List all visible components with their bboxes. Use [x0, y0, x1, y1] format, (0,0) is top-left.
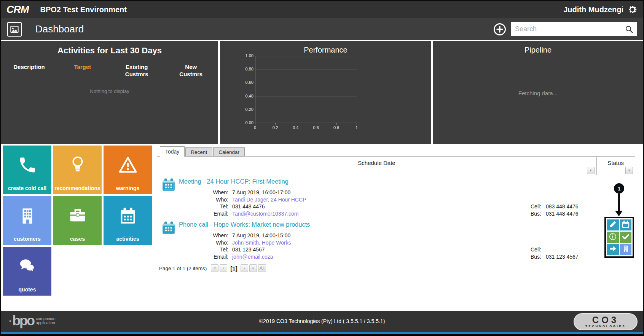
pager-all-button[interactable]: All: [258, 264, 266, 272]
who-link[interactable]: Tandi De Jager, 24 Hour HCCP: [232, 196, 306, 203]
activities-30-days-panel: Activities for Last 30 Days Description …: [1, 41, 218, 144]
search-icon[interactable]: [625, 25, 634, 34]
cell-label: Cell:: [524, 203, 541, 210]
briefcase-icon: [68, 206, 88, 235]
shortcut-tiles: create cold call recommendations warning…: [3, 146, 152, 296]
email-link[interactable]: john@email.coza: [232, 253, 291, 261]
tile-label: customers: [3, 236, 51, 242]
bus-label: Bus:: [524, 210, 541, 218]
performance-x-tick: 1: [351, 125, 362, 130]
tile-label: recommendations: [53, 185, 102, 191]
performance-y-tick: 0.00: [235, 120, 253, 125]
pager-first-button[interactable]: «: [211, 264, 218, 272]
pager-prev-button[interactable]: ‹: [220, 264, 227, 272]
building-icon: [18, 206, 37, 235]
tile-quotes[interactable]: quotes: [3, 247, 51, 296]
gear-icon[interactable]: [627, 5, 638, 15]
pipeline-loading-text: Fetching data...: [433, 90, 643, 96]
when-value: 7 Aug 2019, 14:00-15:00: [232, 232, 291, 239]
activity-title-link[interactable]: Phone call - Hope Works: Market new prod…: [179, 221, 310, 228]
grid-right-border: [635, 156, 635, 264]
tile-recommendations[interactable]: recommendations: [53, 146, 102, 194]
add-button[interactable]: [493, 22, 507, 36]
calendar-icon[interactable]: [161, 221, 176, 237]
pipeline-title: Pipeline: [433, 41, 643, 54]
user-name[interactable]: Judith Mudzengi: [563, 5, 623, 14]
activity-contact: Cell: 083 448 4476 Bus: 031 448 4476: [524, 203, 579, 217]
main-content: create cold call recommendations warning…: [1, 144, 643, 311]
bus-value: 031 448 4476: [546, 210, 579, 218]
search-input[interactable]: [511, 25, 625, 33]
activity-row: Meeting - 24 Hour HCCP: First Meeting Wh…: [157, 176, 635, 219]
grid-column-headers: Schedule Date Status ▼ ▼: [157, 156, 635, 175]
crm-logo: CRM: [6, 4, 29, 16]
performance-x-tick: 0.8: [331, 125, 342, 130]
performance-title: Performance: [220, 41, 431, 54]
who-label: Who:: [187, 196, 228, 203]
tile-customers[interactable]: customers: [3, 196, 51, 245]
tile-activities[interactable]: activities: [104, 196, 152, 245]
co3-technologies-logo: CO3 TECHNOLOGIES: [574, 313, 638, 330]
dashboard-panels: Activities for Last 30 Days Description …: [1, 41, 643, 144]
page-header: Dashboard: [1, 18, 643, 40]
who-label: Who:: [187, 239, 228, 246]
calendar-icon[interactable]: [161, 178, 176, 194]
status-filter-button[interactable]: ▼: [625, 167, 633, 174]
tab-calendar[interactable]: Calendar: [213, 147, 245, 157]
forward-action-button[interactable]: [607, 244, 619, 255]
environment-title: BPO2 Test Environment: [40, 5, 127, 14]
activity-title-link[interactable]: Meeting - 24 Hour HCCP: First Meeting: [179, 178, 289, 185]
calendar-action-button[interactable]: [620, 219, 632, 230]
status-actions-grid: [604, 217, 634, 258]
info-action-button[interactable]: [607, 232, 619, 243]
bus-label: Bus:: [524, 253, 541, 261]
performance-y-tick: 0.60: [235, 80, 253, 85]
tab-recent[interactable]: Recent: [185, 147, 212, 157]
tile-label: quotes: [3, 286, 51, 293]
activity-details: When: 7 Aug 2019, 14:00-15:00 Who: John …: [187, 232, 291, 260]
status-header[interactable]: Status: [596, 160, 635, 166]
activity-details: When: 7 Aug 2019, 16:00-17:00 Who: Tandi…: [187, 189, 306, 217]
column-target: Target: [56, 63, 110, 78]
tile-create-cold-call[interactable]: create cold call: [3, 146, 51, 194]
pager-next-button[interactable]: ›: [241, 264, 248, 272]
column-new-custmrs: New Custmrs: [164, 63, 218, 78]
when-value: 7 Aug 2019, 16:00-17:00: [232, 189, 306, 196]
customer-action-button[interactable]: [620, 244, 632, 255]
pipeline-panel: Pipeline Fetching data...: [433, 41, 643, 144]
tile-label: activities: [104, 236, 152, 242]
bus-value: 031 123 4567: [546, 253, 579, 261]
complete-action-button[interactable]: [620, 232, 632, 243]
lightbulb-icon: [68, 155, 88, 185]
tel-value: 031 123 4567: [232, 246, 291, 253]
tile-cases[interactable]: cases: [53, 196, 102, 245]
calendar-icon: [622, 220, 630, 230]
performance-x-tick: 0.4: [290, 125, 301, 130]
tel-value: 031 448 4476: [232, 203, 306, 210]
page-title: Dashboard: [35, 23, 84, 35]
tab-today[interactable]: Today: [160, 146, 185, 157]
performance-x-tick: 0.6: [310, 125, 322, 130]
email-link[interactable]: Tandi@customer10337.com: [232, 210, 306, 218]
schedule-date-filter-button[interactable]: ▼: [587, 167, 595, 174]
tile-warnings[interactable]: warnings: [104, 146, 152, 194]
when-label: When:: [187, 189, 228, 196]
schedule-date-header[interactable]: Schedule Date: [157, 160, 596, 166]
pager: Page 1 of 1 (2 items) « ‹ [1] › » All: [159, 264, 266, 272]
tile-label: warnings: [104, 185, 152, 191]
photo-icon: [7, 22, 22, 37]
activities-column-headers: Description Target Existing Custmrs New …: [1, 63, 218, 78]
who-link[interactable]: John Smith, Hope Works: [232, 239, 291, 246]
title-bar: CRM BPO2 Test Environment Judith Mudzeng…: [1, 1, 643, 18]
search-box: [511, 22, 637, 36]
tile-label: cases: [53, 236, 102, 242]
pager-current-page: [1]: [230, 265, 237, 272]
footer: a bpo companionapplication ©2019 CO3 Tec…: [1, 311, 643, 332]
performance-panel: Performance 1.000.800.600.400.200.0000.2…: [220, 41, 431, 144]
activity-row: Phone call - Hope Works: Market new prod…: [157, 219, 635, 262]
performance-y-tick: 0.40: [235, 94, 253, 98]
cell-value: [546, 246, 579, 253]
activities-empty-message: Nothing to display: [1, 88, 218, 94]
edit-action-button[interactable]: [607, 219, 619, 230]
pager-last-button[interactable]: »: [249, 264, 257, 272]
